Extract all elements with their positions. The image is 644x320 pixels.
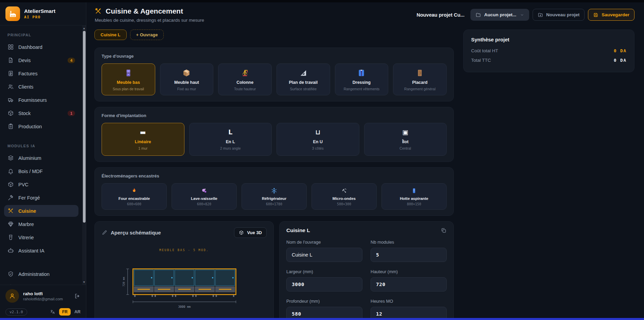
synthese-label: Coût total HT xyxy=(471,48,498,53)
badge-devis: 4 xyxy=(68,58,75,63)
card-subtitle: Sous plan de travail xyxy=(105,87,152,91)
forme-card-lineaire[interactable]: ▬Linéaire1 mur xyxy=(102,123,184,156)
electro-card-hotte-aspirante[interactable]: Hotte aspirante800×150 xyxy=(381,183,447,210)
scroll-down-icon[interactable]: ▼ xyxy=(82,280,86,284)
input-nom-de-l-ouvrage[interactable] xyxy=(286,248,362,262)
sidebar-item-bois-mdf[interactable]: Bois / MDF xyxy=(4,165,78,177)
logo-factory-icon xyxy=(5,6,20,21)
bell-icon xyxy=(7,168,14,174)
electro-card-refrigerateur[interactable]: Réfrigérateur600×1780 xyxy=(242,183,307,210)
card-title: En U xyxy=(280,139,356,144)
user-email: raholotfidz@gmail.com xyxy=(23,297,63,301)
gem-icon xyxy=(7,221,14,227)
scroll-up-icon[interactable]: ▲ xyxy=(82,26,86,30)
sidebar-item-label: PVC xyxy=(18,182,29,187)
sidebar: AtelierSmart AI PRO PRINCIPALDashboardDe… xyxy=(0,2,86,320)
sidebar-item-cuisine[interactable]: Cuisine xyxy=(4,205,78,217)
users-icon xyxy=(7,83,14,90)
sidebar-item-dashboard[interactable]: Dashboard xyxy=(4,41,78,53)
sidebar-item-production[interactable]: Production xyxy=(4,120,78,132)
dashboard-icon xyxy=(7,44,14,50)
save-label: Sauvegarder xyxy=(602,12,629,17)
forme-implantation-title: Forme d'implantation xyxy=(102,113,447,118)
tab-cuisine-l[interactable]: Cuisine L xyxy=(94,30,127,40)
tab-ouvrage[interactable]: + Ouvrage xyxy=(130,30,164,40)
save-button[interactable]: Sauvegarder xyxy=(588,9,634,21)
avatar xyxy=(5,289,19,303)
sidebar-scrollbar[interactable]: ▲ ▼ xyxy=(82,25,86,285)
sidebar-item-fer-forge[interactable]: Fer Forgé xyxy=(4,192,78,204)
type-card-meuble-bas[interactable]: Meuble basSous plan de travail xyxy=(102,63,155,95)
duplicate-icon[interactable] xyxy=(441,227,447,233)
field-profondeur-mm: Profondeur (mm) xyxy=(286,299,362,320)
type-ouvrage-cards: Meuble basSous plan de travailMeuble hau… xyxy=(102,63,447,95)
sidebar-item-clients[interactable]: Clients xyxy=(4,81,78,93)
card-subtitle: Fixé au mur xyxy=(163,87,211,91)
snowflake-icon xyxy=(271,187,278,194)
language-fr-button[interactable]: FR xyxy=(59,308,71,316)
card-subtitle: 600×820 xyxy=(175,202,234,206)
window-top-edge xyxy=(0,0,644,2)
sidebar-item-marbre[interactable]: Marbre xyxy=(4,218,78,230)
new-project-button[interactable]: Nouveau projet xyxy=(533,9,585,21)
brand-text: AtelierSmart AI PRO xyxy=(24,8,55,19)
card-title: Dressing xyxy=(338,80,386,85)
bottom-row: Aperçu schématique Vue 3D MEUBLE BAS - 5… xyxy=(94,221,454,320)
type-card-dressing[interactable]: DressingRangement vêtements xyxy=(335,63,389,95)
user-info: raho lotfi raholotfidz@gmail.com xyxy=(23,291,63,301)
type-card-meuble-haut[interactable]: Meuble hautFixé au mur xyxy=(160,63,214,95)
scrollbar-thumb[interactable] xyxy=(83,31,86,223)
project-select-label: Aucun projet... xyxy=(484,12,516,17)
type-ouvrage-panel: Type d'ouvrage Meuble basSous plan de tr… xyxy=(94,48,454,101)
input-largeur-mm[interactable] xyxy=(286,277,362,291)
field-hauteur-mm: Hauteur (mm) xyxy=(371,269,447,291)
crane-icon xyxy=(240,69,249,77)
language-ar-button[interactable]: AR xyxy=(74,309,80,314)
package-icon xyxy=(182,69,191,77)
header-actions: Nouveau projet Cu... Aucun projet... Nou… xyxy=(416,9,634,21)
synthese-label: Total TTC xyxy=(471,58,491,63)
card-title: Meuble haut xyxy=(163,80,211,85)
sidebar-item-pvc[interactable]: PVC xyxy=(4,178,78,190)
sidebar-item-label: Stock xyxy=(18,111,31,116)
field-label: Heures MO xyxy=(371,299,447,304)
forme-card-en-u[interactable]: ⊔En U3 côtés xyxy=(276,123,359,156)
sidebar-item-label: Fer Forgé xyxy=(18,195,40,201)
utensils-icon xyxy=(7,208,14,214)
vue-3d-button[interactable]: Vue 3D xyxy=(234,227,267,238)
sidebar-item-aluminium[interactable]: Aluminium xyxy=(4,152,78,164)
sidebar-item-vitrerie[interactable]: Vitrerie xyxy=(4,231,78,243)
sidebar-item-administration[interactable]: Administration xyxy=(4,268,78,280)
electro-card-lave-vaisselle[interactable]: Lave-vaisselle600×820 xyxy=(172,183,237,210)
card-title: Placard xyxy=(396,80,444,85)
electro-card-micro-ondes[interactable]: Micro-ondes500×300 xyxy=(311,183,377,210)
user-block: raho lotfi raholotfidz@gmail.com xyxy=(0,285,86,307)
forme-card-ilot[interactable]: ▣ÎlotCentral xyxy=(364,123,447,156)
sidebar-item-fournisseurs[interactable]: Fournisseurs xyxy=(4,94,78,106)
utensils-icon xyxy=(94,7,102,15)
brand-block: AtelierSmart AI PRO xyxy=(0,2,86,25)
type-card-plan-de-travail[interactable]: Plan de travailSurface stratifiée xyxy=(276,63,330,95)
left-column: Cuisine L+ Ouvrage Type d'ouvrage Meuble… xyxy=(94,30,454,320)
sidebar-item-stock[interactable]: Stock1 xyxy=(4,107,78,119)
sidebar-item-parametres[interactable]: Paramètres xyxy=(4,281,78,285)
cube-3d-icon xyxy=(239,230,244,235)
card-subtitle: 500×300 xyxy=(315,202,374,206)
logout-icon[interactable] xyxy=(74,293,80,299)
sidebar-item-assistant-ia[interactable]: Assistant IA xyxy=(4,245,78,257)
forme-card-en-l[interactable]: LEn L2 murs angle xyxy=(189,123,272,156)
card-title: Réfrigérateur xyxy=(245,196,304,201)
sidebar-item-factures[interactable]: Factures xyxy=(4,68,78,79)
chevron-down-icon xyxy=(520,13,524,17)
sidebar-item-devis[interactable]: Devis4 xyxy=(4,54,78,66)
type-card-placard[interactable]: PlacardRangement général xyxy=(393,63,447,95)
input-hauteur-mm[interactable] xyxy=(371,277,447,291)
electromenagers-title: Électroménagers encastrés xyxy=(102,173,447,178)
right-column: Synthèse projet Coût total HT0 DATotal T… xyxy=(463,30,634,320)
electro-card-four-encastrable[interactable]: Four encastrable600×600 xyxy=(102,183,167,210)
new-project-label: Nouveau projet xyxy=(546,12,579,17)
input-nb-modules[interactable] xyxy=(371,248,447,262)
layers-icon xyxy=(7,155,14,161)
type-card-colonne[interactable]: ColonneToute hauteur xyxy=(218,63,272,95)
project-select-button[interactable]: Aucun projet... xyxy=(470,9,529,21)
